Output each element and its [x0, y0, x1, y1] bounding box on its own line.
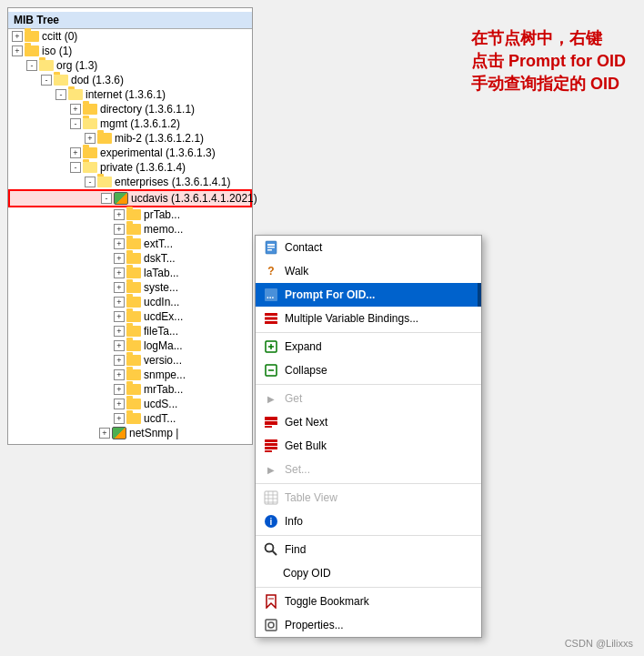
separator-1: [256, 332, 481, 333]
tree-label-prtab: prTab...: [144, 208, 180, 221]
expand-ucdavis[interactable]: -: [101, 193, 112, 204]
separator-2: [256, 384, 481, 385]
expand-ucdt[interactable]: +: [114, 413, 125, 424]
tree-label-experimental: experimental (1.3.6.1.3): [100, 146, 216, 159]
svg-rect-16: [265, 426, 272, 428]
expand-mgmt[interactable]: -: [70, 118, 81, 129]
tree-label-mib2: mib-2 (1.3.6.1.2.1): [115, 132, 204, 145]
tree-node-extt[interactable]: + extT...: [8, 237, 252, 251]
folder-icon-syste: [126, 282, 141, 293]
menu-label-collapse: Collapse: [285, 364, 327, 377]
tree-node-ccitt[interactable]: + ccitt (0): [8, 29, 252, 44]
expand-ucdin[interactable]: +: [114, 297, 125, 308]
expand-latab[interactable]: +: [114, 267, 125, 278]
svg-rect-8: [265, 321, 277, 324]
expand-fileta[interactable]: +: [114, 326, 125, 337]
expand-private[interactable]: -: [70, 162, 81, 173]
tree-panel: MIB Tree + ccitt (0) + iso (1) - org (1.…: [7, 7, 253, 445]
tree-node-snmpe[interactable]: + snmpe...: [8, 368, 252, 382]
svg-point-31: [266, 544, 274, 552]
folder-icon-ucdex: [126, 311, 141, 322]
menu-item-copyoid[interactable]: Copy OID: [256, 561, 481, 585]
tree-node-prtab[interactable]: + prTab...: [8, 207, 252, 222]
menu-item-props[interactable]: Properties...: [256, 613, 481, 637]
menu-item-getbulk[interactable]: Get Bulk: [256, 434, 481, 458]
expand-internet[interactable]: -: [55, 89, 66, 100]
expand-directory[interactable]: +: [70, 104, 81, 115]
expand-prtab[interactable]: +: [114, 209, 125, 220]
menu-item-info[interactable]: i Info: [256, 510, 481, 533]
expand-iso[interactable]: +: [12, 45, 23, 56]
tree-node-ucdt[interactable]: + ucdT...: [8, 411, 252, 426]
expand-mrtab[interactable]: +: [114, 384, 125, 395]
menu-label-prompt: Prompt For OID...: [285, 288, 375, 301]
tree-node-internet[interactable]: - internet (1.3.6.1): [8, 87, 252, 102]
tree-node-org[interactable]: - org (1.3): [8, 58, 252, 73]
folder-icon-logma: [126, 340, 141, 351]
tree-title: MIB Tree: [8, 12, 252, 29]
tree-node-mrtab[interactable]: + mrTab...: [8, 382, 252, 397]
tree-node-logma[interactable]: + logMa...: [8, 338, 252, 353]
menu-item-walk[interactable]: ? Walk: [256, 259, 481, 283]
getbulk-icon: [263, 438, 279, 454]
tree-node-dskt[interactable]: + dskT...: [8, 251, 252, 266]
menu-item-bookmark[interactable]: Toggle Bookmark: [256, 590, 481, 613]
menu-item-getnext[interactable]: Get Next: [256, 410, 481, 434]
expand-ccitt[interactable]: +: [12, 31, 23, 42]
svg-marker-32: [267, 595, 276, 608]
tree-node-syste[interactable]: + syste...: [8, 280, 252, 295]
tree-node-experimental[interactable]: + experimental (1.3.6.1.3): [8, 146, 252, 160]
expand-dod[interactable]: -: [41, 75, 52, 86]
expand-enterprises[interactable]: -: [85, 177, 96, 187]
svg-rect-1: [267, 244, 275, 246]
tree-node-ucdavis[interactable]: - ucdavis (1.3.6.1.4.1.2021): [8, 189, 252, 207]
tree-node-ucdex[interactable]: + ucdEx...: [8, 309, 252, 324]
folder-icon-ccitt: [25, 31, 39, 42]
menu-item-multi[interactable]: Multiple Variable Bindings...: [256, 307, 481, 330]
expand-versio[interactable]: +: [114, 355, 125, 366]
folder-icon-internet: [68, 89, 83, 100]
tree-node-netsnmp[interactable]: + netSnmp |: [8, 426, 252, 440]
tree-node-mgmt[interactable]: - mgmt (1.3.6.1.2): [8, 116, 252, 131]
menu-item-collapse[interactable]: Collapse: [256, 358, 481, 382]
svg-text:i: i: [270, 517, 273, 527]
menu-label-tableview: Table View: [285, 491, 337, 504]
tree-node-fileta[interactable]: + fileTa...: [8, 324, 252, 338]
tree-node-dod[interactable]: - dod (1.3.6): [8, 73, 252, 87]
tree-node-latab[interactable]: + laTab...: [8, 266, 252, 280]
menu-label-copyoid: Copy OID: [283, 567, 331, 580]
tree-node-mib2[interactable]: + mib-2 (1.3.6.1.2.1): [8, 131, 252, 146]
tree-node-private[interactable]: - private (1.3.6.1.4): [8, 160, 252, 175]
menu-item-prompt[interactable]: ... Prompt For OID...: [256, 283, 481, 307]
expand-ucds[interactable]: +: [114, 399, 125, 409]
tree-label-versio: versio...: [144, 354, 182, 367]
tree-node-ucdin[interactable]: + ucdIn...: [8, 295, 252, 309]
menu-item-get[interactable]: ▶ Get: [256, 387, 481, 410]
expand-org[interactable]: -: [26, 60, 37, 71]
expand-extt[interactable]: +: [114, 238, 125, 249]
menu-item-tableview[interactable]: Table View: [256, 486, 481, 510]
getnext-icon: [263, 414, 279, 430]
expand-dskt[interactable]: +: [114, 253, 125, 264]
expand-syste[interactable]: +: [114, 282, 125, 293]
menu-item-expand[interactable]: Expand: [256, 335, 481, 358]
tree-node-memo[interactable]: + memo...: [8, 222, 252, 237]
expand-ucdex[interactable]: +: [114, 311, 125, 322]
menu-item-contact[interactable]: Contact: [256, 236, 481, 259]
tree-node-enterprises[interactable]: - enterprises (1.3.6.1.4.1): [8, 175, 252, 189]
expand-mib2[interactable]: +: [85, 133, 96, 144]
tree-node-versio[interactable]: + versio...: [8, 353, 252, 368]
folder-icon-mrtab: [126, 384, 141, 395]
tree-node-directory[interactable]: + directory (1.3.6.1.1): [8, 102, 252, 116]
menu-item-set[interactable]: ▶ Set...: [256, 458, 481, 481]
expand-logma[interactable]: +: [114, 340, 125, 351]
folder-icon-dod: [54, 75, 68, 86]
expand-snmpe[interactable]: +: [114, 369, 125, 380]
expand-memo[interactable]: +: [114, 224, 125, 235]
get-icon: ▶: [263, 390, 279, 407]
menu-item-find[interactable]: Find: [256, 538, 481, 561]
expand-netsnmp[interactable]: +: [99, 428, 110, 439]
tree-node-iso[interactable]: + iso (1): [8, 44, 252, 58]
expand-experimental[interactable]: +: [70, 147, 81, 158]
tree-node-ucds[interactable]: + ucdS...: [8, 397, 252, 411]
